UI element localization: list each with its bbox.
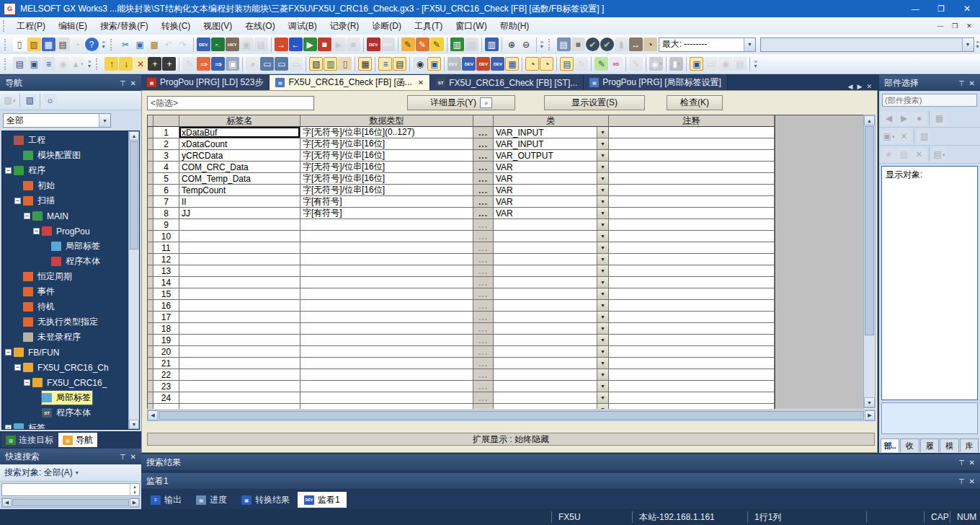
scroll-left-icon[interactable]: ◀	[2, 498, 12, 507]
cell-label[interactable]	[179, 300, 300, 312]
menu-r[interactable]: 记录(R)	[324, 17, 366, 35]
statement-edit-icon[interactable]: ✎	[416, 38, 429, 51]
project-history-icon[interactable]: ◔	[71, 38, 84, 51]
watch-list-icon[interactable]: ▦	[505, 57, 519, 71]
find-previous-icon[interactable]: ◀	[882, 112, 896, 125]
run-plc-icon[interactable]: ✔	[600, 38, 614, 51]
scroll-thumb[interactable]	[159, 411, 864, 420]
remote-operation-icon[interactable]: ▤	[557, 38, 571, 51]
cell-comment[interactable]	[609, 288, 775, 300]
mdi-minimize-icon[interactable]: —	[934, 20, 947, 32]
pin-icon[interactable]: ⊤	[958, 459, 965, 467]
row-number[interactable]: 8	[153, 208, 179, 219]
device-batch-icon[interactable]: DEV	[491, 57, 504, 71]
new-project-icon[interactable]: ▯	[13, 38, 27, 51]
class-dropdown-icon[interactable]: ▼	[597, 127, 608, 138]
device-zoom-icon[interactable]: ▮▾	[669, 57, 683, 71]
zoom-out-icon[interactable]: ⊖	[520, 38, 533, 51]
chevron-down-icon[interactable]: ▼	[99, 114, 110, 127]
navigation-display-icon[interactable]: ▧	[309, 57, 323, 71]
toolbar-overflow-icon[interactable]: »▾	[540, 40, 543, 48]
register-to-watch-icon[interactable]: +	[148, 57, 161, 71]
cell-data-type[interactable]	[300, 242, 473, 254]
close-panel-icon[interactable]: ✕	[130, 453, 136, 461]
menu-o[interactable]: 在线(O)	[239, 17, 281, 35]
watch-start-icon[interactable]: ▶	[303, 38, 317, 51]
cell-data-type[interactable]: 字[无符号]/位串[16位]	[300, 162, 473, 173]
data-type-browse-button[interactable]: ...	[473, 265, 494, 277]
element-list-icon[interactable]: ▦	[932, 112, 946, 125]
tree-item-progpou-body[interactable]: 程序本体	[2, 254, 139, 269]
scroll-up-icon[interactable]: ▲	[129, 131, 139, 141]
pin-icon[interactable]: ⊤	[120, 79, 126, 87]
data-type-browse-button[interactable]: ...	[473, 254, 494, 265]
cell-class[interactable]: ▼	[494, 392, 609, 404]
monitor-window-icon[interactable]: ▥	[450, 38, 464, 51]
class-dropdown-icon[interactable]: ▼	[597, 162, 608, 172]
device-batch-edit-icon[interactable]: ✎	[182, 57, 196, 71]
doc-tab-fb-st[interactable]: STFX5U_CRC16_Check [FB] [ST]...	[430, 75, 584, 90]
find-window-icon[interactable]: ◉	[718, 57, 732, 71]
io-check-icon[interactable]: I/O	[609, 57, 623, 71]
scroll-left-icon[interactable]: ◀	[148, 410, 158, 420]
find-icon[interactable]: ●	[912, 112, 926, 125]
cell-data-type[interactable]	[300, 392, 473, 404]
cell-class[interactable]: VAR▼	[494, 173, 609, 185]
cell-comment[interactable]	[609, 173, 775, 185]
data-type-browse-button[interactable]: ...	[473, 277, 494, 288]
menu-h[interactable]: 帮助(H)	[494, 17, 536, 35]
row-number[interactable]: 20	[153, 346, 179, 358]
cell-class[interactable]: VAR_OUTPUT▼	[494, 150, 609, 162]
bottom-tab-watch1[interactable]: DEV监看1	[298, 492, 347, 508]
tree-item-label[interactable]: −标签	[2, 420, 139, 430]
browser-icon[interactable]: ●	[246, 57, 259, 71]
cell-label[interactable]: JJ	[179, 208, 300, 219]
cell-class[interactable]: ▼	[494, 335, 609, 346]
stop-plc-icon[interactable]: ■	[571, 38, 585, 51]
cell-label[interactable]	[179, 369, 300, 381]
cell-class[interactable]: VAR▼	[494, 185, 609, 196]
data-type-browse-button[interactable]: ...	[473, 219, 494, 231]
menu-b[interactable]: 调试(B)	[282, 17, 324, 35]
undo-icon[interactable]: ↶	[162, 38, 176, 51]
class-dropdown-icon[interactable]: ▼	[597, 138, 608, 149]
monitor-write-icon[interactable]: ▥	[485, 38, 499, 51]
save-project-icon[interactable]: ▦	[42, 38, 55, 51]
collapse-icon[interactable]: −	[14, 198, 21, 204]
zoom-in-icon[interactable]: ⊕	[505, 38, 519, 51]
cell-data-type[interactable]	[300, 288, 473, 300]
open-window-icon[interactable]: ▭	[260, 57, 274, 71]
cell-label[interactable]	[179, 277, 300, 288]
class-dropdown-icon[interactable]: ▼	[597, 381, 608, 392]
register-device-icon[interactable]: +	[162, 57, 176, 71]
menu-p[interactable]: 工程(P)	[10, 17, 52, 35]
column-header-data_type[interactable]: 数据类型	[300, 115, 473, 127]
toolbar-overflow-icon[interactable]: »▾	[754, 60, 757, 67]
row-number[interactable]: 19	[153, 335, 179, 346]
tree-item-fixed-scan[interactable]: 恒定周期	[2, 269, 139, 284]
class-dropdown-icon[interactable]: ▼	[597, 208, 608, 219]
cell-comment[interactable]	[609, 231, 775, 242]
cell-label[interactable]	[179, 392, 300, 404]
data-type-browse-button[interactable]: ...	[473, 323, 494, 335]
quick-search-input[interactable]: ▲▼	[1, 483, 140, 496]
cell-data-type[interactable]	[300, 265, 473, 277]
element-tab-履[interactable]: 履	[920, 438, 939, 452]
data-type-browse-button[interactable]: ...	[473, 208, 494, 219]
class-dropdown-icon[interactable]: ▼	[597, 173, 608, 184]
battery-icon[interactable]: ▮	[615, 38, 628, 51]
close-panel-icon[interactable]: ✕	[969, 477, 975, 485]
check-button[interactable]: 检查(K)	[667, 95, 723, 110]
module-tool-icon[interactable]: ▦	[358, 57, 372, 71]
cell-class[interactable]: ▼	[494, 288, 609, 300]
cell-comment[interactable]	[609, 254, 775, 265]
row-number[interactable]: 12	[153, 254, 179, 265]
cell-class[interactable]: ▼	[494, 231, 609, 242]
cell-label[interactable]	[179, 242, 300, 254]
online-write-icon[interactable]: →	[275, 38, 288, 51]
cell-class[interactable]: ▼	[494, 346, 609, 358]
pin-icon[interactable]: ⊤	[120, 453, 126, 461]
scroll-right-icon[interactable]: ▶	[130, 498, 139, 507]
options-icon[interactable]: ▲▾	[71, 57, 84, 71]
element-tab-部[interactable]: 部..	[881, 438, 899, 452]
